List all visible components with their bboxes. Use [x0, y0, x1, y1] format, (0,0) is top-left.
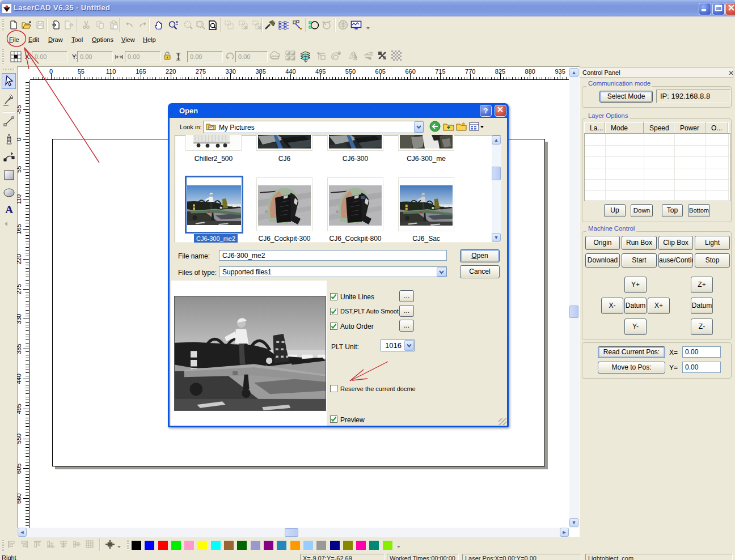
svg-text:440: 440 [285, 68, 295, 75]
svg-text:605: 605 [375, 68, 386, 75]
svg-text:715: 715 [435, 68, 445, 75]
svg-text:55: 55 [78, 68, 85, 75]
svg-text:770: 770 [465, 68, 475, 75]
svg-text:605: 605 [17, 464, 22, 474]
svg-text:495: 495 [315, 68, 326, 75]
svg-text:165: 165 [136, 68, 146, 75]
svg-text:385: 385 [255, 68, 265, 75]
svg-text:220: 220 [17, 254, 22, 264]
svg-text:330: 330 [226, 68, 236, 75]
svg-text:55: 55 [17, 166, 22, 173]
svg-text:-55: -55 [17, 105, 22, 114]
svg-text:0: 0 [49, 68, 53, 75]
svg-text:440: 440 [17, 374, 22, 384]
svg-text:660: 660 [17, 493, 22, 503]
svg-text:550: 550 [345, 68, 356, 75]
svg-text:660: 660 [405, 68, 415, 75]
svg-text:275: 275 [196, 68, 206, 75]
svg-text:880: 880 [525, 68, 535, 75]
svg-text:0: 0 [17, 138, 22, 141]
svg-text:825: 825 [495, 68, 505, 75]
svg-text:275: 275 [17, 284, 22, 294]
svg-text:550: 550 [17, 434, 22, 444]
svg-text:220: 220 [166, 68, 176, 75]
svg-text:110: 110 [17, 194, 22, 205]
svg-text:330: 330 [17, 314, 22, 324]
svg-text:495: 495 [17, 404, 22, 414]
svg-text:935: 935 [555, 68, 565, 75]
svg-text:385: 385 [17, 343, 22, 354]
svg-text:110: 110 [106, 68, 116, 75]
svg-text:165: 165 [17, 224, 22, 234]
